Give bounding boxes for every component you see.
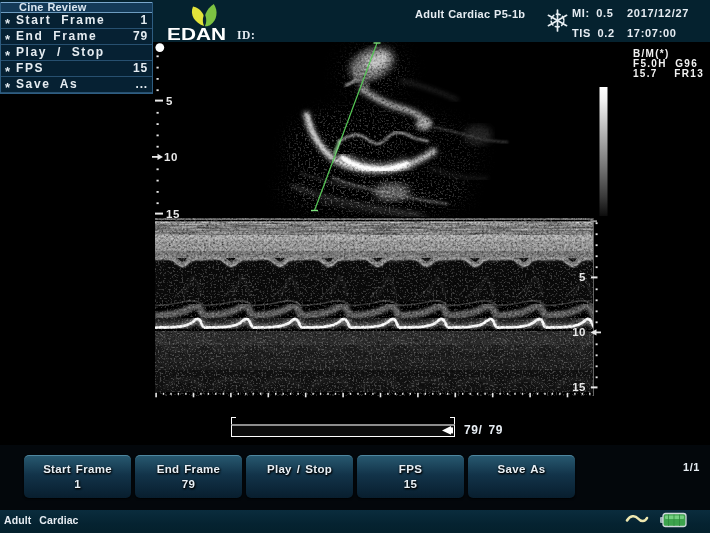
svg-text:FR13: FR13 xyxy=(674,68,704,79)
svg-text:EDAN: EDAN xyxy=(167,26,226,43)
svg-text:15: 15 xyxy=(166,208,180,220)
svg-text:10: 10 xyxy=(164,151,178,163)
svg-text:5: 5 xyxy=(166,95,173,107)
svg-text:10: 10 xyxy=(572,326,586,338)
svg-text:5: 5 xyxy=(579,271,586,283)
svg-text:15.7: 15.7 xyxy=(633,68,658,79)
svg-text:15: 15 xyxy=(572,381,586,393)
